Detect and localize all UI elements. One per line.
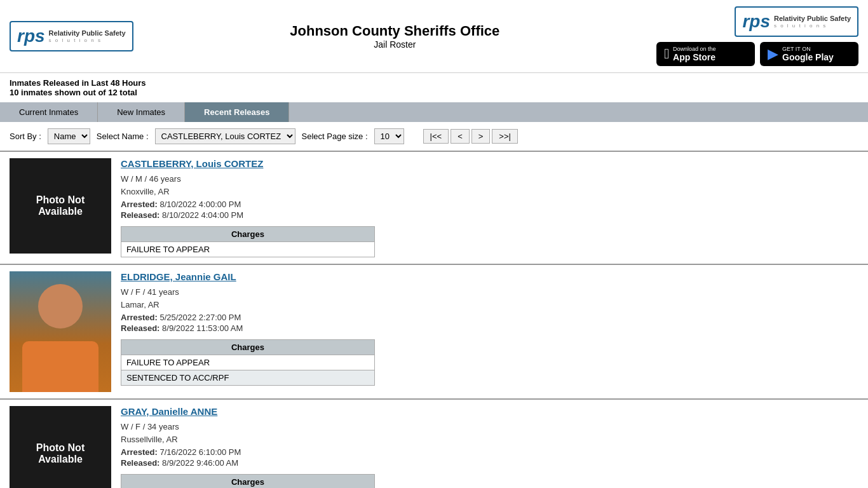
inmates-info-line1: Inmates Released in Last 48 Hours [10, 78, 858, 88]
select-name-label: Select Name : [97, 132, 149, 141]
pagination-buttons: |<< < > >>| [423, 129, 518, 144]
page-prev-button[interactable]: < [451, 129, 470, 144]
logo-tagline-left: Relativity Public Safety s o l u t i o n… [49, 29, 126, 44]
arrested-date: Arrested: 7/16/2022 6:10:00 PM [121, 447, 858, 457]
inmate-row: ELDRIDGE, Jeannie GAIL W / F / 41 years … [0, 264, 868, 398]
rps-text-right: rps [742, 11, 770, 32]
tab-new-inmates[interactable]: New Inmates [98, 102, 185, 122]
logo-right: rps Relativity Public Safety s o l u t i… [735, 6, 858, 37]
header-title-section: Johnson County Sheriffs Office Jail Rost… [290, 23, 499, 50]
charge-item: SENTENCED TO ACC/RPF [121, 370, 375, 386]
arrested-date: Arrested: 8/10/2022 4:00:00 PM [121, 200, 858, 209]
inmate-location: Knoxville, AR [121, 187, 858, 196]
inmate-dates: Arrested: 5/25/2022 2:27:00 PM Released:… [121, 313, 858, 333]
inmate-details: ELDRIDGE, Jeannie GAIL W / F / 41 years … [121, 271, 858, 392]
app-downloads:  Download on the App Store ▶ GET IT ON … [656, 42, 858, 66]
inmate-details: CASTLEBERRY, Louis CORTEZ W / M / 46 yea… [121, 158, 858, 257]
page-size-select[interactable]: 10 [374, 128, 404, 144]
charges-table: Charges FAILURE TO APPEAR [121, 226, 375, 257]
inmate-photo [10, 271, 111, 392]
tab-current-inmates[interactable]: Current Inmates [0, 102, 98, 122]
inmate-name[interactable]: ELDRIDGE, Jeannie GAIL [121, 271, 858, 282]
google-play-icon: ▶ [768, 46, 778, 62]
logo-left: rps Relativity Public Safety s o l u t i… [10, 21, 133, 51]
agency-title: Johnson County Sheriffs Office [290, 23, 499, 39]
page-first-button[interactable]: |<< [423, 129, 449, 144]
google-play-text: GET IT ON Google Play [782, 46, 834, 62]
charges-header: Charges [121, 227, 375, 242]
photo-not-available-text: Photo NotAvailable [36, 194, 85, 217]
select-name-select[interactable]: CASTLEBERRY, Louis CORTEZ [155, 128, 295, 144]
charges-header: Charges [121, 475, 375, 489]
apple-icon:  [664, 46, 669, 62]
inmate-dates: Arrested: 8/10/2022 4:00:00 PM Released:… [121, 200, 858, 220]
google-play-button[interactable]: ▶ GET IT ON Google Play [760, 42, 858, 66]
inmate-dates: Arrested: 7/16/2022 6:10:00 PM Released:… [121, 447, 858, 468]
logo-box-right: rps Relativity Public Safety s o l u t i… [735, 6, 858, 37]
rps-text-left: rps [17, 26, 45, 46]
page-header: rps Relativity Public Safety s o l u t i… [0, 0, 868, 73]
inmate-row: Photo NotAvailable CASTLEBERRY, Louis CO… [0, 151, 868, 264]
inmate-name[interactable]: GRAY, Danielle ANNE [121, 406, 858, 417]
app-store-button[interactable]:  Download on the App Store [656, 42, 755, 66]
sort-by-label: Sort By : [10, 132, 41, 141]
inmate-demographics: W / F / 34 years [121, 422, 858, 431]
inmates-info: Inmates Released in Last 48 Hours 10 inm… [0, 73, 868, 102]
inmate-list: Photo NotAvailable CASTLEBERRY, Louis CO… [0, 151, 868, 488]
page-size-label: Select Page size : [302, 132, 368, 141]
logo-box-left: rps Relativity Public Safety s o l u t i… [10, 21, 133, 51]
released-date: Released: 8/10/2022 4:04:00 PM [121, 210, 858, 220]
page-subtitle: Jail Roster [290, 39, 499, 50]
inmate-location: Russellville, AR [121, 435, 858, 444]
charge-item: FAILURE TO APPEAR [121, 355, 375, 370]
inmate-name[interactable]: CASTLEBERRY, Louis CORTEZ [121, 158, 858, 169]
inmate-details: GRAY, Danielle ANNE W / F / 34 years Rus… [121, 406, 858, 488]
nav-tabs: Current Inmates New Inmates Recent Relea… [0, 102, 868, 122]
inmates-info-line2: 10 inmates shown out of 12 total [10, 88, 858, 97]
inmate-demographics: W / F / 41 years [121, 287, 858, 297]
sort-by-select[interactable]: Name [48, 128, 90, 144]
inmate-demographics: W / M / 46 years [121, 174, 858, 184]
released-date: Released: 8/9/2022 11:53:00 AM [121, 323, 858, 333]
app-store-text: Download on the App Store [673, 46, 716, 62]
page-next-button[interactable]: > [471, 129, 491, 144]
released-date: Released: 8/9/2022 9:46:00 AM [121, 458, 858, 468]
inmate-photo-placeholder: Photo NotAvailable [10, 158, 111, 254]
arrested-date: Arrested: 5/25/2022 2:27:00 PM [121, 313, 858, 322]
photo-not-available-text: Photo NotAvailable [36, 442, 85, 465]
filter-bar: Sort By : Name Select Name : CASTLEBERRY… [0, 122, 868, 151]
charges-table: Charges FAILURE TO APPEAR BENCH WARRANT … [121, 474, 375, 488]
inmate-row: Photo NotAvailable GRAY, Danielle ANNE W… [0, 398, 868, 488]
tab-recent-releases[interactable]: Recent Releases [185, 102, 289, 122]
logo-tagline-right: Relativity Public Safety s o l u t i o n… [774, 14, 851, 30]
charges-table: Charges FAILURE TO APPEAR SENTENCED TO A… [121, 339, 375, 386]
charges-header: Charges [121, 340, 375, 355]
inmate-location: Lamar, AR [121, 300, 858, 309]
inmate-photo-placeholder: Photo NotAvailable [10, 406, 111, 488]
page-last-button[interactable]: >>| [492, 129, 518, 144]
charge-item: FAILURE TO APPEAR [121, 242, 375, 257]
